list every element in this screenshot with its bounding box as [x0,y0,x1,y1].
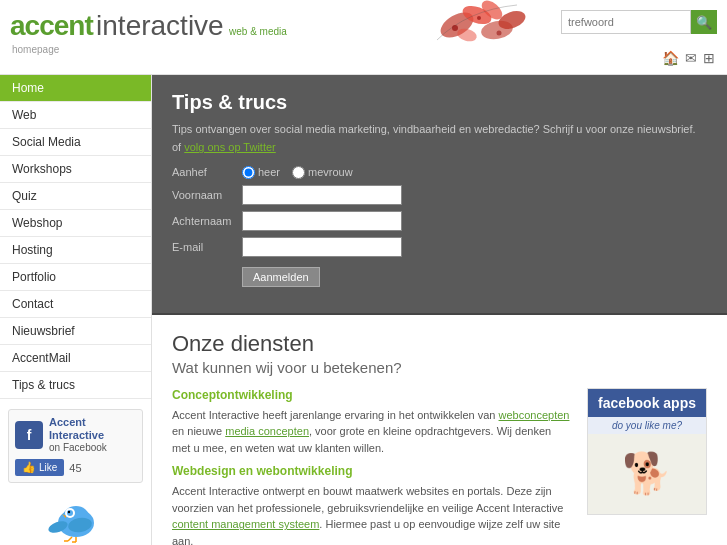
header-icons: 🏠 ✉ ⊞ [662,50,715,66]
twitter-bird-icon [48,493,103,543]
aanhef-row: Aanhef heer mevrouw [172,166,707,179]
facebook-logo: f [15,421,43,449]
tips-description: Tips ontvangen over social media marketi… [172,122,707,137]
svg-point-3 [478,0,505,23]
sidebar-item-hosting[interactable]: Hosting [0,237,151,264]
diensten-subtitle: Wat kunnen wij voor u betekenen? [172,359,707,376]
like-count: 45 [69,462,81,474]
decoration-flowers [337,0,537,72]
conceptontwikkeling-title: Conceptontwikkeling [172,388,572,402]
sidebar-item-portfolio[interactable]: Portfolio [0,264,151,291]
svg-point-2 [480,18,515,41]
sidebar-item-quiz[interactable]: Quiz [0,183,151,210]
radio-heer[interactable] [242,166,255,179]
header: accent interactive web & media homepage … [0,0,727,75]
fb-apps-header: facebook apps [588,389,706,417]
voornaam-input[interactable] [242,185,402,205]
grid-icon[interactable]: ⊞ [703,50,715,66]
breadcrumb: homepage [12,44,287,55]
facebook-widget: f Accent Interactive on Facebook 👍 Like … [8,409,143,483]
nav-menu: HomeWebSocial MediaWorkshopsQuizWebshopH… [0,75,151,399]
radio-mevrouw-label: mevrouw [292,166,353,179]
tips-or-twitter: of volg ons op Twitter [172,140,707,155]
webconcepten-link[interactable]: webconcepten [499,409,570,421]
sidebar-item-accentmail[interactable]: AccentMail [0,345,151,372]
facebook-apps-promo: facebook apps do you like me? 🐕 [587,388,707,545]
email-label: E-mail [172,241,242,253]
achternaam-row: Achternaam [172,211,707,231]
email-row: E-mail [172,237,707,257]
diensten-title: Onze diensten [172,331,707,357]
sidebar-item-web[interactable]: Web [0,102,151,129]
diensten-section: Onze diensten Wat kunnen wij voor u bete… [152,315,727,545]
fb-like-row: 👍 Like 45 [15,459,136,476]
submit-button[interactable]: Aanmelden [242,267,320,287]
logo-accent: accent [10,10,93,41]
twitter-area: Volg ons op Twitter [8,493,143,545]
webdesign-body: Accent Interactive ontwerpt en bouwt maa… [172,483,572,545]
cms-link[interactable]: content management systeem [172,518,319,530]
sidebar-item-social-media[interactable]: Social Media [0,129,151,156]
fb-on-label: on Facebook [49,442,136,453]
conceptontwikkeling-body: Accent Interactive heeft jarenlange erva… [172,407,572,457]
content-area: Tips & trucs Tips ontvangen over social … [152,75,727,545]
tips-section: Tips & trucs Tips ontvangen over social … [152,75,727,315]
radio-heer-label: heer [242,166,280,179]
search-button[interactable]: 🔍 [691,10,717,34]
svg-line-17 [68,537,72,541]
logo-sub: web & media [229,26,287,37]
svg-point-7 [477,16,481,20]
svg-point-0 [436,7,477,42]
webdesign-title: Webdesign en webontwikkeling [172,464,572,478]
sidebar-item-home[interactable]: Home [0,75,151,102]
twitter-tips-link[interactable]: volg ons op Twitter [184,141,276,153]
svg-point-13 [68,511,70,513]
sidebar-item-nieuwsbrief[interactable]: Nieuwsbrief [0,318,151,345]
svg-point-4 [496,8,528,33]
main-layout: HomeWebSocial MediaWorkshopsQuizWebshopH… [0,75,727,545]
svg-point-8 [497,31,502,36]
sidebar-item-contact[interactable]: Contact [0,291,151,318]
home-icon[interactable]: 🏠 [662,50,679,66]
logo-interactive: interactive [96,10,224,41]
signup-form: Aanhef heer mevrouw Voornaam [172,166,707,287]
achternaam-label: Achternaam [172,215,242,227]
diensten-body: Conceptontwikkeling Accent Interactive h… [172,388,707,545]
fb-like-button[interactable]: 👍 Like [15,459,64,476]
radio-group: heer mevrouw [242,166,353,179]
search-area: 🔍 [561,10,717,34]
fb-apps-subtext: do you like me? [588,417,706,434]
diensten-text: Conceptontwikkeling Accent Interactive h… [172,388,572,545]
sidebar-item-workshops[interactable]: Workshops [0,156,151,183]
aanhef-label: Aanhef [172,166,242,178]
tips-title: Tips & trucs [172,91,707,114]
radio-mevrouw[interactable] [292,166,305,179]
achternaam-input[interactable] [242,211,402,231]
media-concepten-link[interactable]: media concepten [225,425,309,437]
mail-icon[interactable]: ✉ [685,50,697,66]
email-input[interactable] [242,237,402,257]
dog-image: 🐕 [588,434,706,514]
voornaam-label: Voornaam [172,189,242,201]
sidebar-item-tips-&-trucs[interactable]: Tips & trucs [0,372,151,399]
submit-row: Aanmelden [172,263,707,287]
fb-apps-box: facebook apps do you like me? 🐕 [587,388,707,515]
fb-widget-top: f Accent Interactive on Facebook [15,416,136,453]
fb-page-name: Accent Interactive [49,416,136,442]
svg-point-5 [456,27,478,44]
svg-point-6 [452,25,458,31]
svg-point-1 [460,2,494,27]
voornaam-row: Voornaam [172,185,707,205]
logo: accent interactive web & media homepage [10,10,287,55]
svg-point-12 [67,510,73,516]
search-input[interactable] [561,10,691,34]
sidebar: HomeWebSocial MediaWorkshopsQuizWebshopH… [0,75,152,545]
thumbsup-icon: 👍 [22,461,36,474]
sidebar-item-webshop[interactable]: Webshop [0,210,151,237]
like-label: Like [39,462,57,473]
